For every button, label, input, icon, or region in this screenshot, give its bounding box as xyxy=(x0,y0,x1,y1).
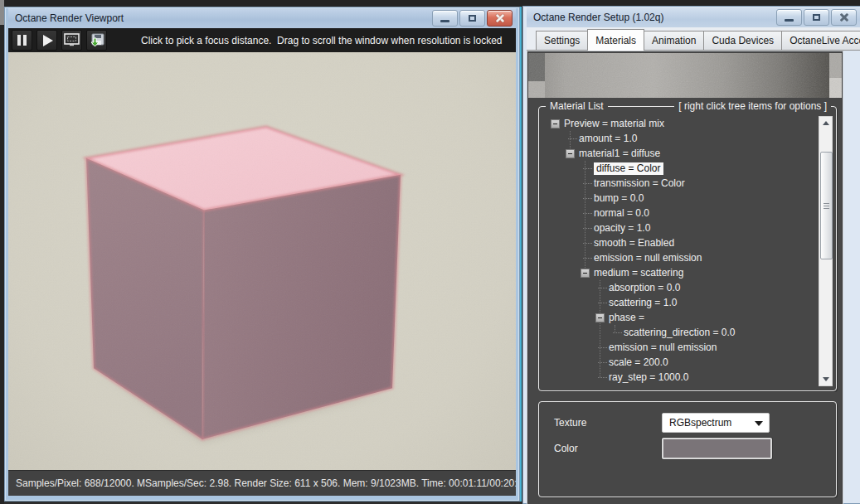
tree-item-label: emission = null emission xyxy=(594,252,702,264)
preview-noise xyxy=(528,53,842,98)
preview-corner xyxy=(829,53,842,78)
tree-item[interactable]: opacity = 1.0 xyxy=(542,220,815,235)
scroll-down-icon xyxy=(823,377,829,381)
tree-item[interactable]: normal = 0.0 xyxy=(542,206,815,220)
render-status-bar: Samples/Pixel: 688/12000. MSamples/Sec: … xyxy=(8,470,516,496)
dropdown-arrow-icon xyxy=(755,421,763,426)
tree-item[interactable]: absorption = 0.0 xyxy=(542,280,815,295)
tree-item-label: bump = 0.0 xyxy=(594,192,644,205)
tree-item-label: ray_step = 1000.0 xyxy=(609,371,688,384)
collapse-icon[interactable] xyxy=(581,269,590,278)
tree-item-label: scattering = 1.0 xyxy=(609,297,677,309)
scroll-down-button[interactable] xyxy=(819,373,832,385)
preview-corner xyxy=(528,81,545,98)
material-list-groupbox: Material List [ right click tree items f… xyxy=(538,106,837,391)
viewport-titlebar[interactable]: Octane Render Viewport xyxy=(8,8,516,28)
maximize-button[interactable] xyxy=(804,9,829,26)
tree-item-label: smooth = Enabled xyxy=(594,237,674,250)
tree-item[interactable]: ray_step = 1000.0 xyxy=(542,370,815,385)
close-icon xyxy=(839,13,849,22)
tree-item[interactable]: material1 = diffuse xyxy=(542,146,815,161)
tree-item-label: opacity = 1.0 xyxy=(594,222,650,235)
scrollbar-thumb[interactable] xyxy=(820,152,833,259)
setup-window: Octane Render Setup (1.02q) SettingsMate… xyxy=(522,6,860,504)
lock-resolution-button[interactable] xyxy=(61,30,82,51)
viewport-toolbar: Click to pick a focus distance. Drag to … xyxy=(8,28,516,52)
tree-item-label: medium = scattering xyxy=(594,267,683,279)
tree-item-label: diffuse = Color xyxy=(594,162,663,175)
tree-item[interactable]: emission = null emission xyxy=(542,340,815,355)
tab-settings[interactable]: Settings xyxy=(536,31,588,50)
material-preview-strip xyxy=(528,53,842,98)
tree-item-label: absorption = 0.0 xyxy=(609,282,680,294)
tree-item-label: material1 = diffuse xyxy=(579,148,660,160)
viewport-window: Octane Render Viewport xyxy=(4,7,520,502)
tree-item-label: emission = null emission xyxy=(609,342,717,354)
play-button[interactable] xyxy=(36,30,57,51)
tree-item[interactable]: emission = null emission xyxy=(542,250,815,265)
scroll-up-button[interactable] xyxy=(819,117,832,129)
preview-corner xyxy=(528,53,545,81)
materials-tab-panel: Material List [ right click tree items f… xyxy=(527,51,843,504)
tree-item[interactable]: scale = 200.0 xyxy=(542,355,815,370)
tree-scrollbar[interactable] xyxy=(819,116,833,386)
close-button[interactable] xyxy=(487,10,513,27)
save-render-button[interactable] xyxy=(86,30,107,51)
tree-item[interactable]: medium = scattering xyxy=(542,265,815,280)
minimize-icon xyxy=(440,20,449,22)
texture-type-value: RGBspectrum xyxy=(669,417,731,429)
pause-button[interactable] xyxy=(12,30,32,51)
tab-animation[interactable]: Animation xyxy=(644,31,704,50)
tree-item[interactable]: Preview = material mix xyxy=(542,116,815,131)
tree-item-label: Preview = material mix xyxy=(564,118,664,130)
tab-cuda-devices[interactable]: Cuda Devices xyxy=(703,31,782,50)
collapse-icon[interactable] xyxy=(595,313,605,322)
preview-corner xyxy=(829,78,842,98)
texture-type-dropdown[interactable]: RGBspectrum xyxy=(662,413,770,433)
collapse-icon[interactable] xyxy=(551,119,560,128)
tab-strip: SettingsMaterialsAnimationCuda DevicesOc… xyxy=(527,27,860,51)
tree-item-label: phase = xyxy=(609,312,644,324)
tab-octanelive-account[interactable]: OctaneLive Account xyxy=(781,31,860,50)
minimize-icon xyxy=(785,19,794,22)
maximize-icon xyxy=(813,14,820,21)
color-swatch-button[interactable] xyxy=(662,438,772,459)
texture-groupbox: Texture RGBspectrum Color xyxy=(538,401,837,497)
texture-label: Texture xyxy=(554,417,662,429)
setup-titlebar[interactable]: Octane Render Setup (1.02q) xyxy=(527,7,860,27)
tree-item[interactable]: phase = xyxy=(542,310,815,325)
scroll-up-icon xyxy=(823,121,829,125)
setup-body: Material List [ right click tree items f… xyxy=(527,51,860,503)
minimize-button[interactable] xyxy=(776,9,802,26)
tree-item-label: scattering_direction = 0.0 xyxy=(624,327,735,339)
collapse-icon[interactable] xyxy=(566,149,575,158)
maximize-button[interactable] xyxy=(459,10,485,27)
minimize-button[interactable] xyxy=(432,10,458,27)
tree-item[interactable]: transmission = Color xyxy=(542,176,815,191)
viewport-window-title: Octane Render Viewport xyxy=(15,12,432,24)
tree-item-label: scale = 200.0 xyxy=(609,356,668,369)
material-list-hint: [ right click tree items for options ] xyxy=(674,100,831,113)
tree-item[interactable]: amount = 1.0 xyxy=(542,131,815,146)
material-list-legend: Material List xyxy=(546,100,608,113)
save-render-icon xyxy=(90,33,104,47)
toolbar-hint-text: Click to pick a focus distance. Drag to … xyxy=(141,35,503,46)
material-tree: Preview = material mixamount = 1.0materi… xyxy=(542,116,815,387)
tree-item[interactable]: bump = 0.0 xyxy=(542,191,815,206)
tree-item[interactable]: smooth = Enabled xyxy=(542,235,815,250)
play-icon xyxy=(43,35,53,46)
close-icon xyxy=(495,14,505,22)
lock-resolution-icon xyxy=(64,33,80,47)
tree-item[interactable]: scattering_direction = 0.0 xyxy=(542,325,815,340)
tree-item-label: normal = 0.0 xyxy=(594,207,649,220)
setup-window-title: Octane Render Setup (1.02q) xyxy=(533,12,776,23)
tab-materials[interactable]: Materials xyxy=(587,29,644,51)
close-button[interactable] xyxy=(831,9,857,26)
render-viewport[interactable] xyxy=(8,52,516,470)
tree-item[interactable]: scattering = 1.0 xyxy=(542,295,815,310)
tree-item[interactable]: diffuse = Color xyxy=(542,161,815,176)
tree-item-label: amount = 1.0 xyxy=(579,133,637,145)
rendered-cube xyxy=(8,52,516,470)
maximize-icon xyxy=(469,15,476,22)
pause-icon xyxy=(17,35,27,46)
